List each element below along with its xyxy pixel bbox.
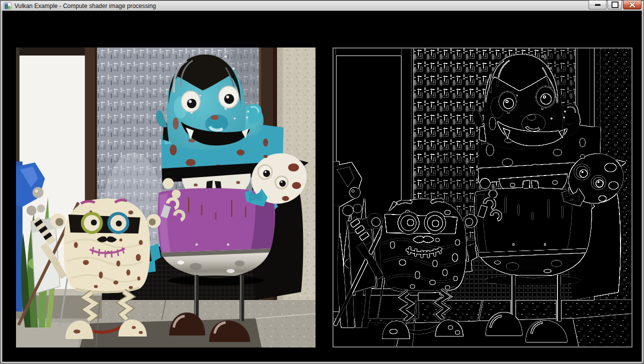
window-controls (588, 0, 642, 10)
minimize-button[interactable] (588, 0, 606, 10)
titlebar[interactable]: Vulkan Example - Compute shader image pr… (0, 0, 644, 11)
original-image-panel (16, 48, 316, 348)
edge-output-panel (332, 48, 632, 348)
edge-filtered-render (332, 48, 632, 348)
original-photo-render (16, 48, 316, 348)
maximize-icon (612, 2, 618, 8)
close-icon (629, 2, 636, 8)
window-title: Vulkan Example - Compute shader image pr… (14, 2, 156, 10)
close-button[interactable] (623, 0, 642, 10)
render-client-area (2, 10, 642, 362)
application-icon[interactable] (4, 2, 12, 10)
minimize-icon (595, 4, 600, 6)
app-window: Vulkan Example - Compute shader image pr… (0, 0, 644, 364)
maximize-button[interactable] (608, 0, 622, 10)
